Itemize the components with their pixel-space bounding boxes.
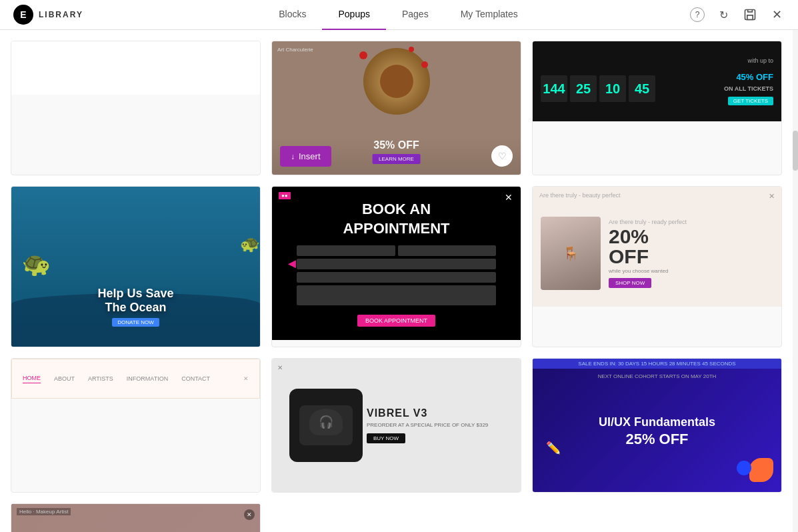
card-nav-preview: HOME ABOUT ARTISTS INFORMATION CONTACT ✕ [11, 359, 260, 399]
close-button[interactable]: ✕ [769, 7, 785, 23]
tab-blocks[interactable]: Blocks [263, 0, 322, 30]
template-grid: 35% OFF LEARN MORE Art Charcuterie ↓ Ins… [11, 41, 782, 532]
card-20off[interactable]: ✕ Are there truly - beauty perfect 🪑 Are… [532, 186, 782, 347]
refresh-button[interactable]: ↻ [715, 7, 731, 23]
favorite-button-food[interactable]: ♡ [491, 145, 513, 167]
card-food-35off[interactable]: 35% OFF LEARN MORE Art Charcuterie ↓ Ins… [271, 41, 521, 175]
template-grid-scroll[interactable]: 35% OFF LEARN MORE Art Charcuterie ↓ Ins… [0, 30, 793, 532]
card-empty-preview [11, 41, 260, 95]
logo-icon: E [13, 5, 33, 25]
card-ocean-preview: 🐢 🐢 Help Us SaveThe Ocean DONATE NOW [11, 187, 260, 347]
card-makeup[interactable]: ✕ Hello · Makeup Artist Book An [11, 503, 261, 532]
card-uiux-preview: SALE ENDS IN: 30 DAYS 15 HOURS 28 MINUTE… [533, 359, 781, 492]
logo-area: E LIBRARY [0, 5, 120, 25]
help-button[interactable]: ? [690, 7, 705, 22]
card-timer[interactable]: with up to 144 25 10 45 45% OFFON ALL TI… [532, 41, 782, 175]
card-makeup-preview: ✕ Hello · Makeup Artist Book An [11, 504, 260, 532]
card-ocean[interactable]: 🐢 🐢 Help Us SaveThe Ocean DONATE NOW [11, 186, 261, 347]
scrollbar-track[interactable] [793, 30, 798, 532]
card-vibrel-preview: ✕ 🎧 VIBREL V3 PREORDER AT A SPECIAL PRIC… [272, 359, 521, 492]
save-button[interactable] [742, 7, 758, 23]
scrollbar-thumb[interactable] [793, 131, 798, 171]
card-empty-top[interactable] [11, 41, 261, 175]
header-actions: ? ↻ ✕ [677, 7, 798, 23]
tab-bar: Blocks Popups Pages My Templates [120, 0, 677, 30]
header: E LIBRARY Blocks Popups Pages My Templat… [0, 0, 798, 30]
tab-popups[interactable]: Popups [322, 0, 385, 30]
card-timer-preview: with up to 144 25 10 45 45% OFFON ALL TI… [533, 41, 781, 121]
card-appointment[interactable]: ✕ ●● ◄ BOOK ANAPPOINTMENT BOOK APPOINTME… [271, 186, 521, 347]
card-vibrel[interactable]: ✕ 🎧 VIBREL V3 PREORDER AT A SPECIAL PRIC… [271, 358, 521, 493]
tab-pages[interactable]: Pages [386, 0, 445, 30]
logo-text: LIBRARY [39, 10, 83, 19]
card-uiux[interactable]: SALE ENDS IN: 30 DAYS 15 HOURS 28 MINUTE… [532, 358, 782, 493]
card-20off-preview: ✕ Are there truly - beauty perfect 🪑 Are… [533, 187, 781, 307]
main-area: 35% OFF LEARN MORE Art Charcuterie ↓ Ins… [0, 30, 798, 532]
tab-my-templates[interactable]: My Templates [445, 0, 534, 30]
card-nav[interactable]: HOME ABOUT ARTISTS INFORMATION CONTACT ✕ [11, 358, 261, 493]
insert-button-food[interactable]: ↓ Insert [280, 146, 331, 167]
card-appointment-preview: ✕ ●● ◄ BOOK ANAPPOINTMENT BOOK APPOINTME… [272, 187, 521, 340]
card-food-overlay: ↓ Insert ♡ [272, 137, 521, 175]
